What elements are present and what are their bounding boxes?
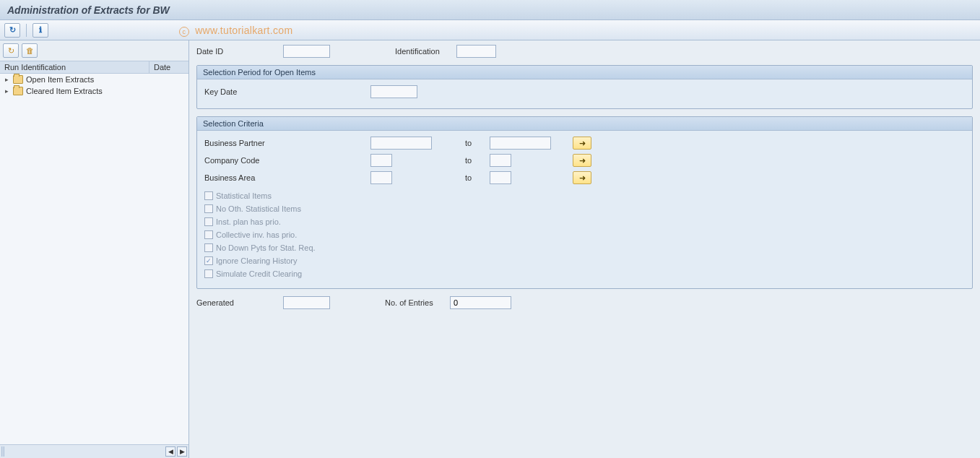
checkbox-icon bbox=[204, 191, 213, 200]
ba-label: Business Area bbox=[204, 173, 370, 182]
cb-label: Inst. plan has prio. bbox=[216, 217, 281, 226]
group-selection-period: Selection Period for Open Items Key Date bbox=[196, 65, 973, 109]
generated-label: Generated bbox=[196, 298, 283, 307]
tree-footer: ◀ ▶ bbox=[0, 444, 188, 458]
info-icon: ℹ bbox=[39, 25, 42, 35]
bp-label: Business Partner bbox=[204, 139, 370, 147]
tree-item-label: Cleared Item Extracts bbox=[26, 87, 186, 95]
cb-collective-inv: Collective inv. has prio. bbox=[204, 230, 965, 239]
group-criteria-title: Selection Criteria bbox=[197, 117, 972, 131]
dateid-row: Date ID Identification bbox=[196, 45, 973, 58]
cb-ignore-clearing: ✓ Ignore Clearing History bbox=[204, 256, 965, 265]
cc-to-label: to bbox=[461, 156, 490, 165]
tree-body: ▸ Open Item Extracts ▸ Cleared Item Extr… bbox=[0, 74, 188, 458]
ba-multiselect-button[interactable]: ➜ bbox=[573, 171, 591, 184]
dateid-input[interactable] bbox=[283, 45, 330, 58]
group-period-title: Selection Period for Open Items bbox=[197, 66, 972, 79]
tree-item-cleared[interactable]: ▸ Cleared Item Extracts bbox=[0, 85, 188, 97]
scroll-right-button[interactable]: ▶ bbox=[177, 446, 187, 457]
title-bar: Administration of Extracts for BW bbox=[0, 0, 980, 20]
cb-label: Ignore Clearing History bbox=[216, 256, 298, 265]
checkbox-icon bbox=[204, 230, 213, 239]
refresh-icon: ↻ bbox=[8, 46, 14, 56]
keydate-label: Key Date bbox=[204, 87, 370, 96]
main-layout: ↻ 🗑 Run Identification Date ▸ Open Item … bbox=[0, 40, 980, 458]
tree-header: Run Identification Date bbox=[0, 61, 188, 74]
left-panel: ↻ 🗑 Run Identification Date ▸ Open Item … bbox=[0, 40, 189, 458]
cc-label: Company Code bbox=[204, 156, 370, 165]
expand-icon[interactable]: ▸ bbox=[3, 87, 10, 95]
entries-input[interactable] bbox=[450, 296, 511, 309]
folder-icon bbox=[13, 75, 23, 84]
cc-to-input[interactable] bbox=[490, 154, 511, 167]
keydate-row: Key Date bbox=[204, 85, 965, 98]
cb-simulate-credit: Simulate Credit Clearing bbox=[204, 269, 965, 278]
left-toolbar: ↻ 🗑 bbox=[0, 40, 188, 61]
folder-icon bbox=[13, 87, 23, 95]
checkbox-icon bbox=[204, 217, 213, 226]
identification-input[interactable] bbox=[456, 45, 496, 58]
arrow-right-icon: ➜ bbox=[579, 173, 586, 183]
cc-multiselect-button[interactable]: ➜ bbox=[573, 154, 591, 167]
cb-label: Collective inv. has prio. bbox=[216, 230, 297, 239]
bp-row: Business Partner to ➜ bbox=[204, 137, 965, 150]
info-button[interactable]: ℹ bbox=[32, 23, 48, 38]
checkbox-list: Statistical Items No Oth. Statistical It… bbox=[204, 191, 965, 278]
dateid-label: Date ID bbox=[196, 47, 283, 56]
bp-multiselect-button[interactable]: ➜ bbox=[573, 137, 591, 150]
execute-button[interactable]: ↻ bbox=[4, 23, 20, 38]
identification-label: Identification bbox=[395, 47, 456, 56]
arrow-right-icon: ➜ bbox=[579, 139, 586, 148]
arrow-right-icon: ➜ bbox=[579, 156, 586, 165]
app-toolbar: ↻ ℹ bbox=[0, 20, 980, 40]
cb-label: Statistical Items bbox=[216, 191, 272, 200]
right-panel: Date ID Identification Selection Period … bbox=[189, 40, 980, 458]
trash-icon: 🗑 bbox=[26, 46, 34, 55]
generated-input[interactable] bbox=[283, 296, 330, 309]
ba-row: Business Area to ➜ bbox=[204, 171, 965, 184]
cb-label: No Down Pyts for Stat. Req. bbox=[216, 243, 316, 252]
checkbox-icon bbox=[204, 204, 213, 213]
tree-item-label: Open Item Extracts bbox=[26, 75, 186, 84]
group-selection-criteria: Selection Criteria Business Partner to ➜… bbox=[196, 116, 973, 289]
bp-to-input[interactable] bbox=[490, 137, 551, 150]
ba-to-label: to bbox=[461, 173, 490, 182]
page-title: Administration of Extracts for BW bbox=[7, 4, 170, 16]
keydate-input[interactable] bbox=[370, 85, 417, 98]
delete-button[interactable]: 🗑 bbox=[22, 43, 38, 58]
cb-label: No Oth. Statistical Items bbox=[216, 204, 301, 213]
cc-row: Company Code to ➜ bbox=[204, 154, 965, 167]
checkbox-icon bbox=[204, 269, 213, 278]
checkbox-icon bbox=[204, 243, 213, 252]
tree-item-open[interactable]: ▸ Open Item Extracts bbox=[0, 74, 188, 85]
cb-stat-items: Statistical Items bbox=[204, 191, 965, 200]
expand-icon[interactable]: ▸ bbox=[3, 76, 10, 83]
ba-from-input[interactable] bbox=[370, 171, 392, 184]
bp-from-input[interactable] bbox=[370, 137, 432, 150]
entries-label: No. of Entries bbox=[385, 298, 450, 307]
cb-no-oth-stat: No Oth. Statistical Items bbox=[204, 204, 965, 213]
refresh-tree-button[interactable]: ↻ bbox=[3, 43, 19, 58]
splitter-handle[interactable] bbox=[1, 446, 4, 457]
ba-to-input[interactable] bbox=[490, 171, 511, 184]
cb-inst-plan: Inst. plan has prio. bbox=[204, 217, 965, 226]
tree-header-run: Run Identification bbox=[0, 61, 149, 73]
bp-to-label: to bbox=[461, 139, 490, 147]
cb-no-down-pyts: No Down Pyts for Stat. Req. bbox=[204, 243, 965, 252]
execute-icon: ↻ bbox=[9, 25, 16, 35]
cb-label: Simulate Credit Clearing bbox=[216, 269, 302, 278]
tree-header-date: Date bbox=[149, 61, 188, 73]
cc-from-input[interactable] bbox=[370, 154, 392, 167]
scroll-left-button[interactable]: ◀ bbox=[165, 446, 175, 457]
toolbar-separator bbox=[26, 24, 27, 37]
footer-row: Generated No. of Entries bbox=[196, 296, 973, 309]
checkbox-checked-icon: ✓ bbox=[204, 256, 213, 265]
